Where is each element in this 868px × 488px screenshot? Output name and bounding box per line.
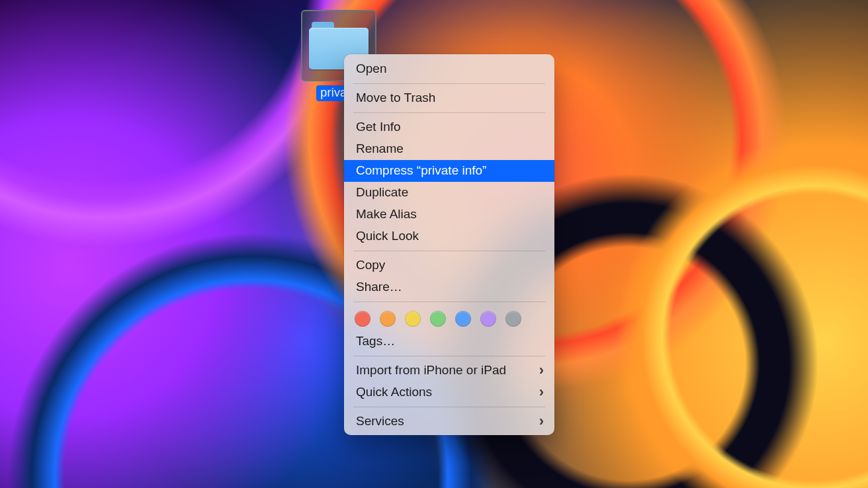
chevron-right-icon: › (539, 413, 544, 429)
tag-purple[interactable] (480, 311, 496, 327)
menu-item-quick-actions[interactable]: Quick Actions › (344, 382, 554, 403)
menu-item-import[interactable]: Import from iPhone or iPad › (344, 360, 554, 382)
menu-item-copy[interactable]: Copy (344, 255, 554, 276)
menu-separator (353, 112, 545, 113)
tag-orange[interactable] (380, 311, 396, 327)
menu-item-share[interactable]: Share… (344, 276, 554, 298)
tag-green[interactable] (430, 311, 446, 327)
tag-yellow[interactable] (405, 311, 421, 327)
menu-item-rename[interactable]: Rename (344, 138, 554, 160)
tag-red[interactable] (355, 311, 370, 327)
menu-item-make-alias[interactable]: Make Alias (344, 204, 554, 225)
menu-item-get-info[interactable]: Get Info (344, 116, 554, 138)
context-menu: Open Move to Trash Get Info Rename Compr… (344, 54, 554, 435)
tag-gray[interactable] (505, 311, 521, 327)
menu-separator (353, 407, 545, 407)
menu-item-tags[interactable]: Tags… (344, 331, 554, 352)
menu-item-quick-look[interactable]: Quick Look (344, 225, 554, 247)
menu-item-compress[interactable]: Compress “private info” (344, 160, 554, 182)
menu-separator (353, 83, 545, 84)
menu-item-services[interactable]: Services › (344, 411, 554, 432)
menu-tag-colors (344, 305, 554, 331)
chevron-right-icon: › (539, 384, 544, 400)
chevron-right-icon: › (539, 362, 544, 378)
menu-item-duplicate[interactable]: Duplicate (344, 182, 554, 204)
menu-separator (353, 251, 545, 251)
menu-separator (353, 302, 545, 302)
menu-item-move-to-trash[interactable]: Move to Trash (344, 87, 554, 109)
menu-item-open[interactable]: Open (344, 58, 554, 80)
tag-blue[interactable] (455, 311, 471, 327)
menu-separator (353, 356, 545, 356)
